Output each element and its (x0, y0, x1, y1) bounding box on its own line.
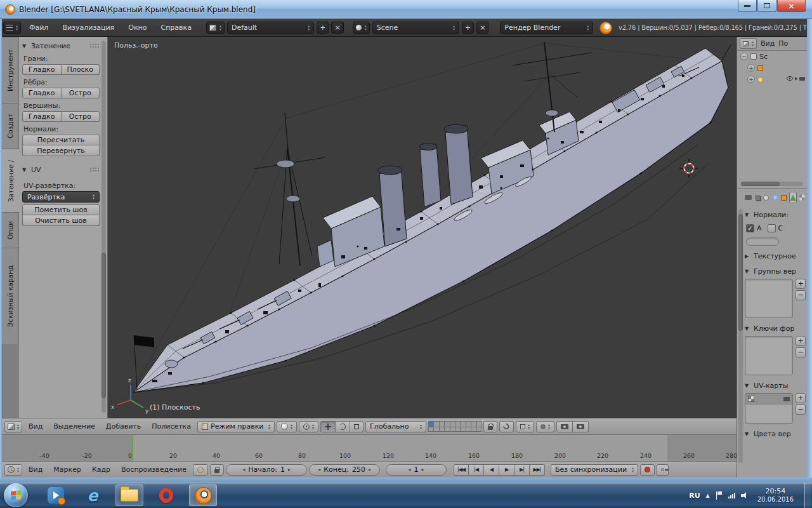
outliner-search-menu[interactable]: По (778, 39, 788, 48)
scene-dropdown[interactable]: Scene ▴▾ (372, 22, 459, 34)
opengl-render-button[interactable] (556, 421, 573, 432)
edges-smooth-button[interactable]: Гладко (22, 88, 62, 98)
tab-render-layers[interactable] (754, 192, 761, 203)
screen-layout-icon-button[interactable]: ▴▾ (206, 22, 225, 34)
unwrap-menu-button[interactable]: Развёртка ▴▾ (22, 191, 100, 203)
outliner-view-menu[interactable]: Вид (761, 39, 775, 48)
add-layout-button[interactable]: + (317, 22, 329, 34)
auto-smooth-checkbox[interactable]: ✓ (746, 224, 754, 232)
scale-manipulator-button[interactable] (350, 421, 363, 432)
recalculate-normals-button[interactable]: Пересчитать (22, 135, 100, 145)
play-reverse-button[interactable]: ◀ (484, 464, 499, 476)
timeline-ruler[interactable]: -40 -20 0 20 40 60 80 100 120 140 160 18… (2, 434, 737, 461)
editor-type-outliner-button[interactable]: ▴▾ (740, 38, 757, 49)
pivot-dropdown[interactable]: ▴▾ (299, 421, 318, 432)
timeline-frame-menu[interactable]: Кадр (88, 465, 115, 474)
delete-scene-button[interactable]: × (476, 22, 488, 34)
taskbar-clock[interactable]: 20:54 20.06.2016 (757, 487, 794, 504)
toolshelf-scrollbar[interactable] (102, 41, 106, 413)
texture-space-header[interactable]: ▶ Текстурное (745, 251, 806, 261)
jump-next-keyframe-button[interactable]: ▶| (514, 464, 530, 476)
scene-icon-button[interactable]: ▴▾ (353, 22, 370, 34)
shape-keys-header[interactable]: ▼ Ключи фор (745, 323, 806, 333)
screen-layout-dropdown[interactable]: Default ▴▾ (227, 22, 314, 34)
selectable-icon[interactable] (795, 77, 797, 81)
snap-toggle-button[interactable] (499, 421, 514, 432)
keying-set-button[interactable] (657, 464, 669, 476)
decrement-icon[interactable]: ◂ (242, 467, 245, 472)
shape-keys-list[interactable] (745, 336, 793, 375)
start-button[interactable] (4, 483, 28, 507)
viewport-shading-dropdown[interactable]: ▴▾ (277, 421, 297, 432)
outliner-hscrollbar[interactable] (741, 182, 803, 186)
window-titlebar[interactable]: Blender [G:\SVETLANA\Красный Крым\Красны… (0, 0, 812, 19)
shading-panel-header[interactable]: ▼ Затенение (22, 40, 100, 51)
expand-icon[interactable]: + (747, 64, 755, 72)
scrollbar-thumb[interactable] (741, 182, 780, 186)
snap-element-dropdown[interactable]: ▴▾ (516, 421, 534, 432)
increment-icon[interactable]: ▸ (369, 467, 371, 472)
add-shape-key-button[interactable]: + (796, 336, 806, 346)
uv-maps-header[interactable]: ▼ UV-карты (745, 380, 806, 391)
maximize-button[interactable] (757, 0, 776, 12)
editor-type-timeline-button[interactable]: ▴▾ (4, 464, 22, 476)
decrement-icon[interactable]: ◂ (318, 467, 320, 472)
jump-to-end-button[interactable]: ▶▶| (530, 464, 545, 476)
add-menu[interactable]: Добавить (102, 422, 145, 431)
proportional-edit-dropdown[interactable]: ▴▾ (536, 421, 554, 432)
editor-type-view3d-button[interactable]: ▴▾ (4, 421, 22, 432)
increment-icon[interactable]: ▸ (422, 467, 424, 472)
mode-dropdown[interactable]: Режим правки ▴▾ (197, 421, 275, 432)
tab-render[interactable] (745, 192, 752, 203)
faces-flat-button[interactable]: Плоско (62, 64, 100, 75)
network-icon[interactable] (728, 492, 735, 498)
second-checkbox[interactable] (768, 224, 776, 232)
lock-time-button[interactable] (210, 464, 224, 476)
rotate-manipulator-button[interactable] (336, 421, 350, 432)
normals-section-header[interactable]: ▼ Нормали: (745, 210, 806, 220)
opengl-render-anim-button[interactable] (573, 421, 589, 432)
view-menu[interactable]: Вид (24, 422, 47, 431)
close-button[interactable]: × (777, 0, 806, 12)
uv-maps-list[interactable] (745, 393, 793, 424)
add-vertex-group-button[interactable]: + (796, 279, 806, 289)
clear-seam-button[interactable]: Очистить шов (22, 215, 100, 226)
sync-dropdown[interactable]: Без синхронизации ▴▾ (551, 464, 638, 476)
eye-icon[interactable] (787, 76, 793, 81)
jump-prev-keyframe-button[interactable]: |◀ (469, 464, 484, 476)
uv-panel-header[interactable]: ▼ UV (22, 164, 100, 175)
language-indicator[interactable]: RU (689, 491, 700, 500)
render-toggle-icon[interactable] (799, 77, 805, 81)
hidden-icons-button[interactable]: ▲ (706, 493, 710, 498)
timeline-marker-menu[interactable]: Маркер (49, 465, 86, 474)
timeline-playback-menu[interactable]: Воспроизведение (117, 465, 191, 474)
properties-scrollbar[interactable] (738, 209, 743, 463)
scrollbar-thumb[interactable] (738, 214, 743, 331)
edges-sharp-button[interactable]: Остро (62, 88, 100, 98)
taskbar-internet-explorer[interactable]: e (79, 485, 107, 506)
taskbar-blender[interactable] (189, 485, 217, 506)
outliner-row-lamp[interactable]: + (737, 74, 807, 85)
delete-layout-button[interactable]: × (331, 22, 343, 34)
panel-grip-icon[interactable] (89, 167, 100, 172)
verts-sharp-button[interactable]: Остро (62, 111, 100, 122)
viewport-3d[interactable]: z x y Польз.-орто (1) Плоскость (108, 37, 737, 418)
lock-to-scene-button[interactable] (483, 421, 497, 432)
vertex-groups-header[interactable]: ▼ Группы вер (745, 266, 806, 276)
render-engine-dropdown[interactable]: Рендер Blender ▴▾ (500, 22, 593, 34)
tab-object[interactable] (780, 192, 788, 203)
decrement-icon[interactable]: ◂ (409, 467, 411, 472)
panel-grip-icon[interactable] (89, 43, 100, 48)
orientation-dropdown[interactable]: Глобально ▴▾ (365, 421, 426, 432)
increment-icon[interactable]: ▸ (288, 467, 291, 472)
tab-scene[interactable] (763, 192, 770, 203)
preview-range-button[interactable] (193, 464, 208, 476)
taskbar-opera[interactable] (152, 485, 180, 506)
tab-options[interactable]: Опци (2, 212, 19, 248)
auto-keyframe-button[interactable] (640, 464, 655, 476)
tab-create[interactable]: Создат (2, 103, 19, 149)
menu-window[interactable]: Окно (122, 23, 152, 32)
menu-file[interactable]: Файл (23, 23, 54, 32)
volume-icon[interactable] (741, 492, 749, 498)
editor-type-info-button[interactable]: ▴▾ (3, 22, 21, 34)
